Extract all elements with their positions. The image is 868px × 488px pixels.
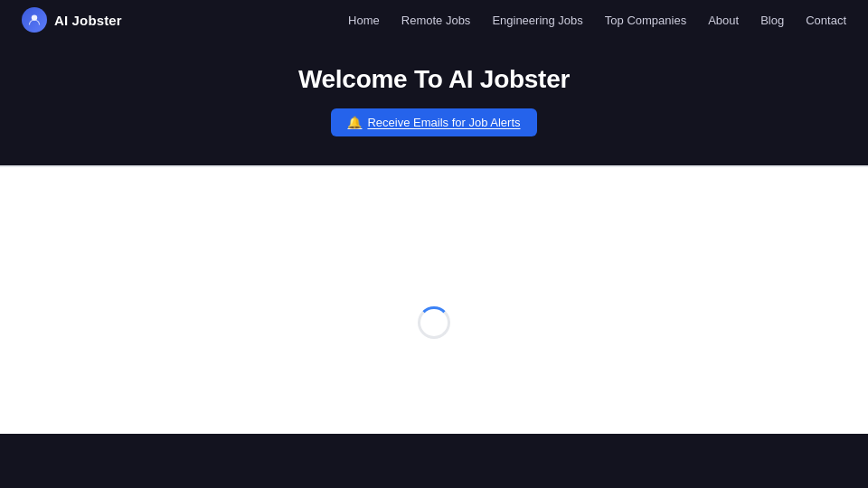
nav-engineering-jobs[interactable]: Engineering Jobs [492, 14, 582, 27]
site-footer [0, 434, 868, 488]
bell-icon: 🔔 [347, 116, 362, 129]
nav-blog[interactable]: Blog [760, 14, 784, 27]
nav-home[interactable]: Home [348, 14, 380, 27]
logo[interactable]: AI Jobster [22, 7, 122, 33]
cta-label: Receive Emails for Job Alerts [367, 116, 520, 129]
email-alerts-button[interactable]: 🔔 Receive Emails for Job Alerts [331, 108, 536, 136]
hero-title: Welcome To AI Jobster [298, 65, 570, 94]
nav-remote-jobs[interactable]: Remote Jobs [401, 14, 471, 27]
site-header: AI Jobster Home Remote Jobs Engineering … [0, 0, 868, 40]
hero-section: Welcome To AI Jobster 🔔 Receive Emails f… [0, 40, 868, 165]
loading-spinner [418, 306, 450, 339]
main-nav: Home Remote Jobs Engineering Jobs Top Co… [348, 14, 846, 27]
nav-contact[interactable]: Contact [806, 14, 846, 27]
main-content [0, 167, 868, 478]
logo-text: AI Jobster [54, 13, 122, 28]
logo-icon [22, 7, 47, 33]
nav-top-companies[interactable]: Top Companies [605, 14, 686, 27]
nav-about[interactable]: About [708, 14, 739, 27]
